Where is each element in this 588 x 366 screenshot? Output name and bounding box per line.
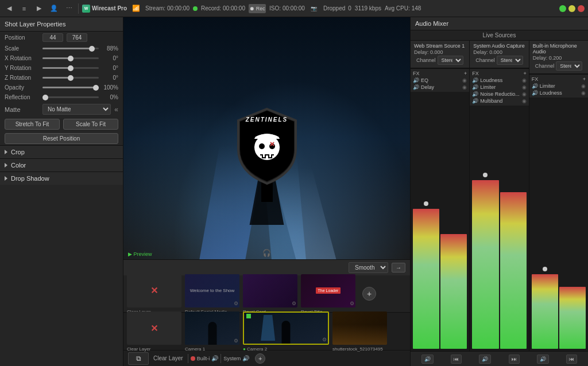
minimize-btn[interactable] <box>568 5 575 12</box>
zentinels-text: ZENTINELS <box>246 116 288 123</box>
shot-item-camera1[interactable]: ⚙ Camera 1 <box>184 310 241 352</box>
headphone-icon[interactable]: 🎧 <box>262 249 271 257</box>
bitrate-stat: 3119 kbps <box>355 5 381 11</box>
fx-multiband[interactable]: 🔊 Multiband ◉ <box>472 98 526 104</box>
add-track-button[interactable]: + <box>255 353 265 364</box>
reset-position-button[interactable]: Reset Position <box>5 133 118 144</box>
stream-stat: Stream: 00:00:00 <box>145 5 189 11</box>
fx-header-2: FX + <box>472 70 526 77</box>
shot-item-social-media[interactable]: Welcome to the Show ⚙ Default Social Med… <box>184 273 241 315</box>
x-rotation-slider[interactable] <box>42 57 99 59</box>
crop-triangle-icon <box>5 150 7 154</box>
system-volume-icon[interactable]: 🔊 <box>242 355 249 361</box>
channel-1-select[interactable]: Stereo <box>438 56 464 65</box>
shot-item-clear-layer-2[interactable]: ✕ Clear Layer <box>126 310 183 352</box>
go-button[interactable]: → <box>392 263 405 272</box>
matte-select[interactable]: No Matte <box>42 104 111 115</box>
clear-x-icon-2: ✕ <box>150 323 158 334</box>
fx-toggle-5[interactable]: ◉ <box>522 91 527 97</box>
row1-shots: ✕ Clear Layer Welcome to the Show ⚙ Defa… <box>123 275 410 313</box>
fx-limiter-3[interactable]: 🔊 Limiter ◉ <box>532 83 586 89</box>
close-btn[interactable] <box>578 5 585 12</box>
volume-icon[interactable]: 🔊 <box>211 355 218 361</box>
channel-1-ch-label: Channel <box>416 57 436 63</box>
position-label: Position <box>5 34 39 41</box>
audio-btn-4[interactable]: ⏭ <box>509 355 520 364</box>
scale-to-fit-button[interactable]: Scale To Fit <box>63 119 118 130</box>
window-controls <box>559 5 585 12</box>
fx-delay[interactable]: 🔊 Delay ◉ <box>413 84 467 91</box>
meter-bar-2a <box>472 108 498 349</box>
z-rotation-value: 0° <box>102 75 118 81</box>
meter-thumb-3[interactable] <box>543 267 547 271</box>
opacity-slider[interactable] <box>42 87 99 88</box>
crop-section-header[interactable]: Crop <box>0 145 123 158</box>
fx-toggle-3[interactable]: ◉ <box>522 77 527 83</box>
fx-loudness-3[interactable]: 🔊 Loudness ◉ <box>532 89 586 96</box>
y-rotation-slider[interactable] <box>42 67 99 69</box>
z-rotation-row: Z Rotation 0° <box>0 73 123 83</box>
meter-bar-3b <box>559 100 586 349</box>
position-row: Position 44 764 <box>0 32 123 44</box>
stream-status-dot <box>193 6 198 11</box>
audio-btn-5[interactable]: 🔊 <box>537 355 549 364</box>
fx-toggle-8[interactable]: ◉ <box>581 90 586 96</box>
position-y-input[interactable]: 764 <box>67 33 87 42</box>
drop-shadow-section-header[interactable]: Drop Shadow <box>0 172 123 185</box>
reflection-slider[interactable] <box>42 96 99 98</box>
forward-icon[interactable]: ▶ <box>33 3 45 14</box>
meter-fill-2a <box>472 180 498 349</box>
fx-toggle-6[interactable]: ◉ <box>522 98 527 104</box>
stretch-to-fit-button[interactable]: Stretch To Fit <box>5 119 60 130</box>
scale-slider[interactable] <box>42 48 99 49</box>
fx-limiter-2[interactable]: 🔊 Limiter ◉ <box>472 84 526 91</box>
menu-icon[interactable]: ⋯ <box>63 3 75 14</box>
fx-speaker-icon-5: 🔊 <box>472 91 478 97</box>
audio-btn-1[interactable]: 🔊 <box>421 355 434 364</box>
opacity-label: Opacity <box>5 84 39 91</box>
fx-add-3[interactable]: + <box>583 76 586 82</box>
shot-item-royal-card[interactable]: ⚙ Royal Card <box>242 273 299 315</box>
shot-item-shutterstock[interactable]: shutterstock_521073495 <box>331 310 388 352</box>
position-x-input[interactable]: 44 <box>42 33 63 42</box>
audio-btn-3[interactable]: 🔊 <box>479 355 491 364</box>
fx-noise[interactable]: 🔊 Noise Reductio... ◉ <box>472 91 526 98</box>
fx-add-1[interactable]: + <box>464 71 467 76</box>
smooth-select[interactable]: Smooth <box>349 262 388 273</box>
z-rotation-slider[interactable] <box>42 77 99 79</box>
fx-add-2[interactable]: + <box>523 71 526 76</box>
channel-3-select[interactable]: Stereo <box>556 61 582 71</box>
record-btn[interactable]: ⏺ Rec <box>249 4 266 13</box>
color-section-header[interactable]: Color <box>0 158 123 172</box>
system-track: System 🔊 <box>223 355 249 361</box>
shot-item-camera2[interactable]: ⚙ ● Camera 2 <box>242 310 330 352</box>
live-sources-bar: Live Sources <box>411 30 588 41</box>
layers-icon[interactable]: ≡ <box>18 3 30 14</box>
fx-toggle-2[interactable]: ◉ <box>462 84 467 90</box>
collapse-toggle[interactable]: « <box>114 106 118 114</box>
shot-item-royal-title[interactable]: The Loader ⚙ Royal Title <box>300 273 357 315</box>
fx-eq[interactable]: 🔊 EQ ◉ <box>413 77 467 84</box>
fx-toggle-7[interactable]: ◉ <box>581 83 586 89</box>
add-shot-button-row1[interactable]: + <box>362 287 376 301</box>
matte-label: Matte <box>5 106 39 113</box>
audio-channel-3: Built-in Microphone Audio Delay: 0.200 C… <box>529 41 588 351</box>
audio-btn-6[interactable]: ⏮ <box>566 355 577 364</box>
fx-loudness[interactable]: 🔊 Loudness ◉ <box>472 77 526 84</box>
drop-shadow-label: Drop Shadow <box>11 175 49 182</box>
back-icon[interactable]: ◀ <box>3 3 15 14</box>
wifi-icon[interactable]: 📶 <box>130 3 142 14</box>
meter-thumb-2[interactable] <box>483 173 488 177</box>
person-icon[interactable]: 👤 <box>48 3 60 14</box>
iso-icon[interactable]: 📷 <box>308 3 320 14</box>
meter-fill-2b <box>500 192 527 349</box>
shot-item-clear-layer-1[interactable]: ✕ Clear Layer <box>126 273 183 315</box>
center-area: ZENTINELS 🎧 ▶ Preview Smooth → ✕ Clear L… <box>123 17 410 366</box>
fx-toggle-4[interactable]: ◉ <box>522 84 527 90</box>
maximize-btn[interactable] <box>559 5 566 12</box>
audio-btn-2[interactable]: ⏮ <box>451 355 462 364</box>
meter-thumb-1[interactable] <box>424 201 428 206</box>
channel-2-select[interactable]: Stereo <box>497 56 523 65</box>
fx-toggle-1[interactable]: ◉ <box>462 77 467 83</box>
channel-1-select-row: Channel Stereo <box>414 55 466 65</box>
